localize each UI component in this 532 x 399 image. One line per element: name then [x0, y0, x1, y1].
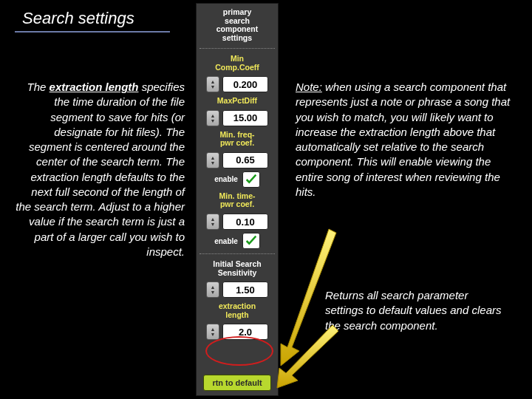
enable-freq-label: enable — [214, 175, 238, 183]
enable-time-label: enable — [214, 237, 238, 245]
extraction-length-stepper[interactable]: ▲▼ — [206, 324, 219, 340]
enable-freq-row: enable — [214, 171, 260, 188]
divider — [200, 253, 275, 254]
min-time-pwr-field: ▲▼ 0.10 — [206, 214, 268, 230]
initial-sensitivity-value[interactable]: 1.50 — [222, 282, 268, 298]
svg-marker-1 — [277, 325, 338, 388]
extraction-length-field: ▲▼ 2.0 — [206, 324, 268, 340]
min-comp-coeff-field: ▲▼ 0.200 — [206, 76, 268, 92]
right-return-description: Returns all search parameter settings to… — [325, 288, 502, 333]
min-comp-coeff-value[interactable]: 0.200 — [222, 76, 268, 92]
max-pct-diff-value[interactable]: 15.00 — [222, 110, 268, 126]
max-pct-diff-label: MaxPctDiff — [217, 95, 257, 107]
initial-sensitivity-label: Initial SearchSensitivity — [213, 259, 261, 279]
enable-time-row: enable — [214, 233, 260, 249]
page-title: Search settings — [15, 7, 170, 33]
min-freq-pwr-value[interactable]: 0.65 — [222, 152, 268, 168]
min-freq-pwr-label: Min. freq-pwr coef. — [219, 129, 254, 149]
min-comp-coeff-label: MinComp.Coeff — [215, 53, 259, 73]
enable-freq-checkbox[interactable] — [242, 171, 260, 188]
min-time-pwr-value[interactable]: 0.10 — [222, 214, 268, 230]
return-to-default-button[interactable]: rtn to default — [203, 375, 271, 391]
check-icon — [245, 173, 258, 186]
min-freq-pwr-field: ▲▼ 0.65 — [206, 152, 268, 168]
extraction-length-value[interactable]: 2.0 — [222, 324, 268, 340]
settings-panel: primary search component settings MinCom… — [196, 3, 279, 396]
left-description: The extraction length specifies the time… — [15, 80, 185, 259]
min-time-pwr-stepper[interactable]: ▲▼ — [206, 214, 219, 230]
max-pct-diff-stepper[interactable]: ▲▼ — [206, 110, 219, 126]
initial-sensitivity-stepper[interactable]: ▲▼ — [206, 282, 219, 298]
max-pct-diff-field: ▲▼ 15.00 — [206, 110, 268, 126]
min-freq-pwr-stepper[interactable]: ▲▼ — [206, 152, 219, 168]
extraction-length-label: extractionlength — [219, 301, 256, 321]
min-comp-coeff-stepper[interactable]: ▲▼ — [206, 76, 219, 92]
initial-sensitivity-field: ▲▼ 1.50 — [206, 282, 268, 298]
panel-header: primary search component settings — [216, 7, 259, 44]
check-icon — [245, 234, 258, 248]
divider — [200, 48, 275, 49]
min-time-pwr-label: Min. time-pwr coef. — [219, 191, 256, 211]
enable-time-checkbox[interactable] — [242, 233, 260, 249]
right-note: Note: when using a search component that… — [296, 80, 517, 200]
